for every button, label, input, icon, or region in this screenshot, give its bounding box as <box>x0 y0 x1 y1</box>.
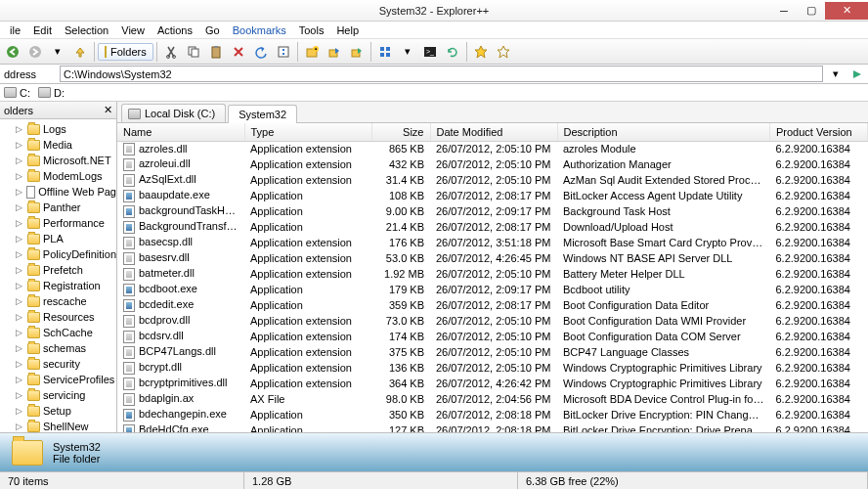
column-header[interactable]: Name <box>117 123 244 141</box>
table-row[interactable]: BCP47Langs.dllApplication extension375 K… <box>117 344 868 360</box>
expand-icon[interactable]: ▷ <box>16 375 24 384</box>
expand-icon[interactable]: ▷ <box>16 281 24 290</box>
tree-item[interactable]: ▷ServiceProfiles <box>2 372 116 387</box>
table-row[interactable]: basesrv.dllApplication extension53.0 KB2… <box>117 250 868 266</box>
tree-item[interactable]: ▷PLA <box>2 231 116 246</box>
table-row[interactable]: baaupdate.exeApplication108 KB26/07/2012… <box>117 188 868 203</box>
tree-item[interactable]: ▷Prefetch <box>2 262 116 278</box>
expand-icon[interactable]: ▷ <box>16 312 24 322</box>
menu-ile[interactable]: ile <box>4 23 26 37</box>
tree-item[interactable]: ▷rescache <box>2 293 116 309</box>
bookmark-add-button[interactable] <box>470 41 492 63</box>
tree-item[interactable]: ▷ShellNew <box>2 419 116 432</box>
expand-icon[interactable]: ▷ <box>16 202 24 212</box>
menu-edit[interactable]: Edit <box>27 23 58 37</box>
table-row[interactable]: bcdedit.exeApplication359 KB26/07/2012, … <box>117 297 868 313</box>
tree-item[interactable]: ▷SchCache <box>2 325 116 340</box>
address-input[interactable] <box>60 66 823 82</box>
table-row[interactable]: backgroundTaskHost...Application9.00 KB2… <box>117 203 868 219</box>
menu-bookmarks[interactable]: Bookmarks <box>227 23 292 37</box>
table-row[interactable]: AzSqlExt.dllApplication extension31.4 KB… <box>117 172 868 188</box>
expand-icon[interactable]: ▷ <box>16 234 24 244</box>
folders-pane-close[interactable]: ✕ <box>104 104 112 116</box>
tree-item[interactable]: ▷Logs <box>2 121 116 137</box>
menu-selection[interactable]: Selection <box>59 23 114 37</box>
table-row[interactable]: basecsp.dllApplication extension176 KB26… <box>117 235 868 250</box>
table-row[interactable]: batmeter.dllApplication extension1.92 MB… <box>117 266 868 282</box>
bookmarks-button[interactable] <box>493 41 514 63</box>
go-button[interactable] <box>848 66 866 83</box>
tree-item[interactable]: ▷Offline Web Pag <box>2 184 116 200</box>
tree-item[interactable]: ▷Registration <box>2 278 116 293</box>
expand-icon[interactable]: ▷ <box>16 328 24 337</box>
menu-tools[interactable]: Tools <box>293 23 330 37</box>
cut-button[interactable] <box>160 41 182 63</box>
tree-item[interactable]: ▷Setup <box>2 403 116 419</box>
menu-view[interactable]: View <box>115 23 151 37</box>
tree-item[interactable]: ▷PolicyDefinition <box>2 246 116 262</box>
folder-tree[interactable]: ▷Logs▷Media▷Microsoft.NET▷ModemLogs▷Offl… <box>0 119 116 432</box>
table-row[interactable]: BackgroundTransfer...Application21.4 KB2… <box>117 219 868 235</box>
copy-to-button[interactable] <box>324 41 345 63</box>
tree-item[interactable]: ▷Microsoft.NET <box>2 153 116 168</box>
table-row[interactable]: BdeHdCfg.exeApplication127 KB26/07/2012,… <box>117 422 868 432</box>
expand-icon[interactable]: ▷ <box>16 343 24 353</box>
menu-help[interactable]: Help <box>330 23 365 37</box>
column-header[interactable]: Product Version <box>770 123 868 141</box>
tree-item[interactable]: ▷ModemLogs <box>2 168 116 184</box>
tab[interactable]: Local Disk (C:) <box>121 104 226 122</box>
expand-icon[interactable]: ▷ <box>16 265 24 275</box>
tree-item[interactable]: ▷Resources <box>2 309 116 325</box>
folders-toggle[interactable]: Folders <box>98 43 153 61</box>
menu-go[interactable]: Go <box>199 23 226 37</box>
table-row[interactable]: bcryptprimitives.dllApplication extensio… <box>117 376 868 391</box>
minimize-button[interactable]: ─ <box>770 2 798 20</box>
address-dropdown[interactable]: ▾ <box>827 66 845 83</box>
expand-icon[interactable]: ▷ <box>16 187 23 197</box>
expand-icon[interactable]: ▷ <box>16 171 24 181</box>
paste-button[interactable] <box>205 41 227 63</box>
table-row[interactable]: azroles.dllApplication extension865 KB26… <box>117 141 868 156</box>
back-button[interactable] <box>2 41 23 63</box>
expand-icon[interactable]: ▷ <box>16 218 24 228</box>
tree-item[interactable]: ▷security <box>2 356 116 372</box>
menu-actions[interactable]: Actions <box>152 23 198 37</box>
forward-button[interactable] <box>24 41 46 63</box>
column-header[interactable]: Size <box>371 123 430 141</box>
expand-icon[interactable]: ▷ <box>16 249 24 259</box>
tab[interactable]: System32 <box>228 105 297 123</box>
delete-button[interactable] <box>228 41 249 63</box>
new-folder-button[interactable]: ✦ <box>301 41 323 63</box>
views-dropdown[interactable]: ▾ <box>397 41 418 63</box>
refresh-button[interactable] <box>442 41 463 63</box>
drive-C[interactable]: C: <box>4 87 30 99</box>
column-header[interactable]: Description <box>557 123 770 141</box>
expand-icon[interactable]: ▷ <box>16 156 24 165</box>
table-row[interactable]: bcdprov.dllApplication extension73.0 KB2… <box>117 313 868 329</box>
tree-item[interactable]: ▷Panther <box>2 200 116 215</box>
history-dropdown[interactable]: ▾ <box>47 41 68 63</box>
tree-item[interactable]: ▷Performance <box>2 215 116 231</box>
properties-button[interactable] <box>273 41 294 63</box>
maximize-button[interactable]: ▢ <box>798 2 825 20</box>
table-row[interactable]: bcdboot.exeApplication179 KB26/07/2012, … <box>117 282 868 297</box>
column-header[interactable]: Type <box>244 123 371 141</box>
table-row[interactable]: bcdsrv.dllApplication extension174 KB26/… <box>117 329 868 344</box>
undo-button[interactable] <box>250 41 272 63</box>
expand-icon[interactable]: ▷ <box>16 296 24 306</box>
views-button[interactable] <box>374 41 396 63</box>
column-header[interactable]: Date Modified <box>430 123 557 141</box>
table-row[interactable]: bdaplgin.axAX File98.0 KB26/07/2012, 2:0… <box>117 391 868 407</box>
close-button[interactable]: ✕ <box>825 2 868 20</box>
table-row[interactable]: bdechangepin.exeApplication350 KB26/07/2… <box>117 407 868 422</box>
file-list[interactable]: NameTypeSizeDate ModifiedDescriptionProd… <box>117 123 868 432</box>
copy-button[interactable] <box>183 41 204 63</box>
expand-icon[interactable]: ▷ <box>16 406 24 416</box>
expand-icon[interactable]: ▷ <box>16 390 24 400</box>
table-row[interactable]: azroleui.dllApplication extension432 KB2… <box>117 156 868 172</box>
expand-icon[interactable]: ▷ <box>16 140 24 150</box>
drive-D[interactable]: D: <box>38 87 65 99</box>
tree-item[interactable]: ▷schemas <box>2 340 116 356</box>
tree-item[interactable]: ▷Media <box>2 137 116 153</box>
up-button[interactable] <box>69 41 91 63</box>
